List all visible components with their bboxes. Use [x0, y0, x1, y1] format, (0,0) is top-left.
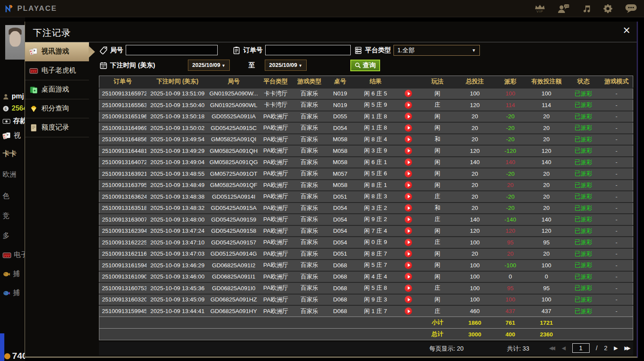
background-menu-item[interactable]: 777电子 [3, 250, 25, 260]
last-page-icon[interactable]: ▶▶ [625, 345, 631, 351]
modal-title: 下注记录 [33, 27, 71, 39]
prev-page-icon[interactable]: ◀ [562, 345, 565, 351]
cell-platform: PA欧洲厅 [259, 260, 292, 271]
background-menu-item[interactable]: pmj [3, 92, 24, 100]
cell-platform: PA欧洲厅 [259, 225, 292, 237]
cell-valid-bet: 20 [526, 122, 567, 134]
cell-table-number: D068 [326, 305, 354, 317]
settings-gear-icon[interactable] [603, 3, 613, 14]
replay-video-icon[interactable] [405, 136, 412, 143]
replay-video-icon[interactable] [405, 262, 412, 269]
round-number-input[interactable] [126, 45, 218, 55]
sidebar-tab-桌面游戏[interactable]: ♣桌面游戏 [25, 80, 89, 99]
replay-video-icon[interactable] [405, 296, 412, 303]
replay-video-icon[interactable] [405, 239, 412, 246]
support-chat-icon[interactable] [557, 3, 570, 14]
date-from-picker[interactable]: 2025/10/09▼ [188, 60, 230, 71]
cell-platform: PA欧洲厅 [259, 180, 292, 191]
replay-video-icon[interactable] [405, 273, 412, 280]
cell-order-number: 251009131623944 [99, 225, 146, 237]
cell-table-number: D054 [326, 122, 354, 134]
cell-game-mode: - [600, 271, 633, 283]
cell-play-type: 和 [420, 134, 455, 146]
sidebar-tab-积分查询[interactable]: 积分查询 [25, 99, 89, 118]
cell-game-type: 百家乐 [292, 122, 326, 134]
replay-video-icon[interactable] [405, 158, 412, 166]
cell-payout: 120 [495, 225, 526, 237]
subtotal-spacer [99, 317, 420, 329]
fish2-icon [3, 290, 10, 297]
replay-video-icon[interactable] [405, 181, 412, 189]
replay-video-icon[interactable] [405, 113, 412, 120]
platform-type-select[interactable]: 1.全部 [393, 45, 480, 56]
table-header-row: 订单号下注时间 (美东)局号平台类型游戏类型桌号结果玩法总投注派彩有效投注额状态… [99, 76, 633, 88]
chat-bubble-icon[interactable] [625, 3, 637, 14]
platform-list-icon [354, 46, 362, 54]
replay-video-icon[interactable] [405, 250, 412, 257]
replay-video-icon[interactable] [405, 90, 412, 97]
user-avatar[interactable] [5, 25, 25, 60]
background-menu-item[interactable]: $2564 [3, 104, 25, 112]
bet-time-label: 下注时间 (美东) [110, 61, 155, 70]
replay-video-icon[interactable] [405, 170, 412, 177]
background-menu-item[interactable]: 竞 [3, 212, 10, 221]
column-header: 游戏模式 [600, 76, 633, 88]
background-menu-item[interactable]: 捕 [3, 288, 20, 298]
date-to-label: 至 [248, 61, 255, 70]
order-number-input[interactable] [265, 45, 351, 55]
cell-game-type: 百家乐 [292, 191, 326, 203]
replay-video-icon[interactable] [405, 307, 412, 315]
cell-total-bet: 100 [455, 260, 495, 271]
cell-result: 闲 8 庄 7 [354, 248, 397, 260]
replay-video-icon[interactable] [405, 227, 412, 234]
pagination-bar: 每页显示: 20 共计: 33 ◀◀ ◀ / 2 ▶ ▶▶ [99, 342, 633, 355]
cell-bet-time: 2025-10-09 13:48:32 [146, 203, 209, 214]
background-menu-label: pmj [12, 92, 24, 100]
total-count-label: 共计: 33 [507, 345, 529, 353]
cell-play-type: 闲 [420, 157, 455, 168]
replay-video-icon[interactable] [405, 216, 412, 223]
replay-video-icon[interactable] [405, 124, 412, 132]
search-button[interactable]: 查询 [350, 60, 380, 71]
background-menu-item[interactable]: 存款 [3, 117, 25, 126]
replay-video-icon[interactable] [405, 285, 412, 292]
replay-video-icon[interactable] [405, 147, 412, 155]
background-menu-item[interactable]: 捕 [3, 269, 20, 279]
background-menu-item[interactable]: 色 [3, 192, 10, 201]
cell-total-bet: 20 [455, 122, 495, 134]
cell-table-number: D068 [326, 282, 354, 294]
close-icon[interactable]: ✕ [623, 26, 631, 35]
page-number-input[interactable] [572, 343, 590, 353]
sidebar-tab-额度记录[interactable]: 额度记录 [25, 118, 89, 137]
cell-game-mode: - [600, 134, 633, 146]
background-menu-item[interactable]: 卡卡 [3, 149, 16, 158]
cell-result: 闲 8 庄 4 [354, 134, 397, 146]
cell-result: 闲 6 庄 5 [354, 88, 397, 100]
cell-status: 已派彩 [567, 88, 600, 100]
vip-crown-icon[interactable]: VIP [534, 4, 546, 13]
cell-table-number: D054 [326, 203, 354, 214]
replay-video-icon[interactable] [405, 193, 412, 200]
cell-bet-time: 2025-10-09 13:48:38 [146, 191, 209, 203]
cell-game-type: 百家乐 [292, 157, 326, 168]
next-page-icon[interactable]: ▶ [614, 345, 618, 351]
cell-platform: PA欧洲厅 [259, 111, 292, 123]
music-icon[interactable] [582, 3, 591, 14]
background-menu-item[interactable]: K♥9视 [3, 131, 21, 140]
cell-game-mode: - [600, 191, 633, 203]
date-to-picker[interactable]: 2025/10/09▼ [265, 60, 307, 71]
first-page-icon[interactable]: ◀◀ [549, 345, 555, 351]
brand-name: PLAYACE [17, 4, 57, 13]
background-menu-item[interactable]: 多 [3, 231, 10, 241]
play-triangle [408, 149, 410, 152]
cell-valid-bet: 20 [526, 168, 567, 180]
cell-table-number: D051 [326, 248, 354, 260]
replay-video-icon[interactable] [405, 204, 412, 212]
cell-replay [397, 225, 420, 237]
cell-platform: PA欧洲厅 [259, 271, 292, 283]
date-to-value: 2025/10/09 [269, 62, 297, 68]
background-menu-item[interactable]: 欧洲 [3, 170, 16, 179]
replay-video-icon[interactable] [405, 101, 412, 109]
cell-play-type: 闲 [420, 88, 455, 100]
cell-replay [397, 134, 420, 146]
